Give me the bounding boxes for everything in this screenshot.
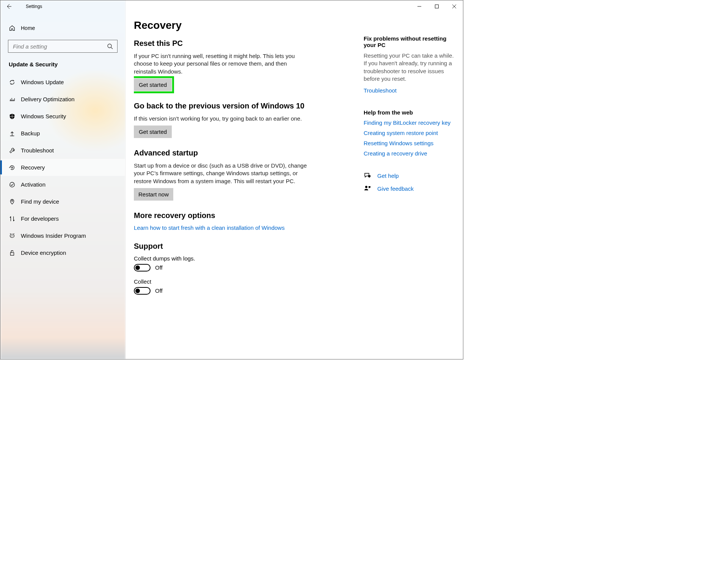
svg-point-0 <box>108 44 111 48</box>
get-help-link[interactable]: Get help <box>377 173 399 179</box>
get-help-row[interactable]: Get help <box>364 172 457 179</box>
shield-icon <box>9 113 16 120</box>
sidebar-item-label: Device encryption <box>21 250 66 256</box>
help-link-restore-point[interactable]: Creating system restore point <box>364 130 457 136</box>
collect-dumps-toggle[interactable] <box>134 264 151 272</box>
section-more-recovery: More recovery options Learn how to start… <box>134 211 349 231</box>
section-reset-pc: Reset this PC If your PC isn't running w… <box>134 39 349 91</box>
search-input[interactable] <box>12 43 106 50</box>
collect-dumps-state: Off <box>155 264 163 271</box>
svg-point-3 <box>11 200 13 201</box>
collect-dumps-label: Collect dumps with logs. <box>134 255 349 262</box>
sidebar-item-delivery-optimization[interactable]: Delivery Optimization <box>0 91 125 108</box>
backup-icon <box>9 130 16 137</box>
page-title: Recovery <box>134 19 349 31</box>
fix-body: Resetting your PC can take a while. If y… <box>364 52 457 83</box>
sidebar-nav: Windows Update Delivery Optimization Win… <box>0 71 125 261</box>
advanced-body: Start up from a device or disc (such as … <box>134 162 308 185</box>
fix-heading: Fix problems without resetting your PC <box>364 35 457 48</box>
sidebar-item-activation[interactable]: Activation <box>0 176 125 193</box>
minimize-button[interactable] <box>411 0 428 13</box>
section-advanced-startup: Advanced startup Start up from a device … <box>134 149 349 201</box>
insider-icon <box>9 232 16 239</box>
goback-get-started-button[interactable]: Get started <box>134 126 172 138</box>
sidebar-item-label: Find my device <box>21 198 59 205</box>
help-link-recovery-drive[interactable]: Creating a recovery drive <box>364 150 457 157</box>
window-title: Settings <box>26 4 42 9</box>
search-icon <box>106 43 114 49</box>
sidebar-section-title: Update & Security <box>0 53 125 71</box>
svg-rect-8 <box>435 5 439 8</box>
restart-now-button[interactable]: Restart now <box>134 188 173 201</box>
support-links-section: Get help Give feedback <box>364 172 457 192</box>
goback-body: If this version isn't working for you, t… <box>134 115 308 122</box>
svg-point-5 <box>11 235 12 236</box>
section-support: Support Collect dumps with logs. Off Col… <box>134 242 349 295</box>
back-button[interactable] <box>1 0 16 13</box>
sidebar-item-label: Delivery Optimization <box>21 96 75 102</box>
help-link-reset-settings[interactable]: Resetting Windows settings <box>364 140 457 146</box>
lock-icon <box>9 250 16 256</box>
close-button[interactable] <box>446 0 463 13</box>
sidebar-item-backup[interactable]: Backup <box>0 125 125 142</box>
sidebar-item-label: Windows Insider Program <box>21 232 86 239</box>
location-icon <box>9 198 16 205</box>
maximize-button[interactable] <box>428 0 446 13</box>
support-heading: Support <box>134 242 349 251</box>
main-content: Recovery Reset this PC If your PC isn't … <box>126 0 463 359</box>
sidebar-item-label: Recovery <box>21 164 45 171</box>
search-input-wrap[interactable] <box>8 40 118 53</box>
recovery-icon <box>9 164 16 171</box>
give-feedback-link[interactable]: Give feedback <box>377 185 414 192</box>
tools-icon <box>9 215 16 222</box>
goback-heading: Go back to the previous version of Windo… <box>134 102 349 110</box>
advanced-heading: Advanced startup <box>134 149 349 157</box>
svg-point-1 <box>11 167 13 168</box>
delivery-icon <box>9 96 16 103</box>
sidebar-item-label: Backup <box>21 130 40 137</box>
right-column: Fix problems without resetting your PC R… <box>364 35 457 207</box>
sidebar-item-windows-insider-program[interactable]: Windows Insider Program <box>0 227 125 244</box>
reset-body: If your PC isn't running well, resetting… <box>134 52 308 75</box>
give-feedback-row[interactable]: Give feedback <box>364 185 457 192</box>
chat-icon <box>364 172 371 179</box>
fix-problems-section: Fix problems without resetting your PC R… <box>364 35 457 94</box>
svg-point-2 <box>10 182 15 187</box>
svg-rect-4 <box>10 234 14 237</box>
help-heading: Help from the web <box>364 109 457 116</box>
sidebar-item-find-my-device[interactable]: Find my device <box>0 193 125 210</box>
help-from-web-section: Help from the web Finding my BitLocker r… <box>364 109 457 157</box>
sidebar-item-windows-security[interactable]: Windows Security <box>0 108 125 125</box>
check-circle-icon <box>9 181 16 188</box>
wrench-icon <box>9 147 16 154</box>
sidebar-item-label: Windows Security <box>21 113 66 119</box>
sidebar-item-label: For developers <box>21 215 59 222</box>
sidebar-item-for-developers[interactable]: For developers <box>0 210 125 227</box>
sidebar-item-recovery[interactable]: Recovery <box>0 159 125 176</box>
feedback-icon <box>364 185 371 192</box>
sidebar-item-label: Activation <box>21 181 46 188</box>
reset-get-started-button[interactable]: Get started <box>134 78 172 91</box>
window-controls <box>411 0 463 13</box>
sidebar: Settings Home Update & Security Windows … <box>0 0 126 359</box>
sidebar-item-device-encryption[interactable]: Device encryption <box>0 244 125 261</box>
sidebar-item-label: Windows Update <box>21 79 64 85</box>
sidebar-item-troubleshoot[interactable]: Troubleshoot <box>0 142 125 159</box>
home-button[interactable]: Home <box>0 20 125 36</box>
title-bar: Settings <box>0 0 125 13</box>
collect-label: Collect <box>134 278 349 285</box>
reset-heading: Reset this PC <box>134 39 349 48</box>
svg-point-6 <box>13 235 13 236</box>
more-heading: More recovery options <box>134 211 349 220</box>
collect-toggle[interactable] <box>134 287 151 295</box>
section-go-back: Go back to the previous version of Windo… <box>134 102 349 138</box>
sidebar-item-windows-update[interactable]: Windows Update <box>0 74 125 91</box>
start-fresh-link[interactable]: Learn how to start fresh with a clean in… <box>134 224 285 231</box>
svg-rect-7 <box>11 253 14 255</box>
home-label: Home <box>21 25 35 31</box>
troubleshoot-link[interactable]: Troubleshoot <box>364 87 397 94</box>
collect-state: Off <box>155 287 163 294</box>
sidebar-item-label: Troubleshoot <box>21 147 54 154</box>
refresh-icon <box>9 79 16 86</box>
help-link-bitlocker[interactable]: Finding my BitLocker recovery key <box>364 119 457 126</box>
